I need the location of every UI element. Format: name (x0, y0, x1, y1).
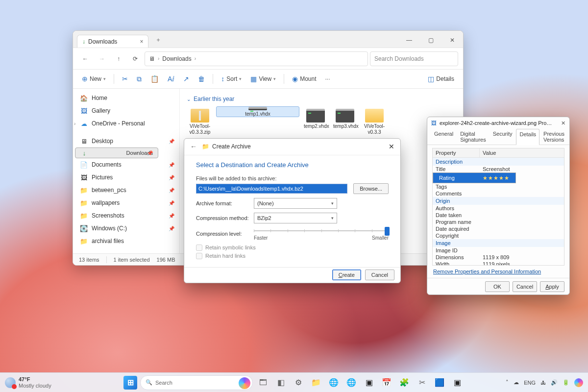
file-explorer-app[interactable]: 📁 (309, 375, 323, 390)
settings-app[interactable]: ⚙ (291, 375, 306, 390)
back-button[interactable]: ← (190, 143, 197, 150)
file-item[interactable]: temp3.vhdx (332, 106, 358, 137)
onedrive-tray-icon[interactable]: ☁ (514, 379, 519, 386)
prop-row-date-taken[interactable]: Date taken (433, 212, 564, 219)
system-tray[interactable]: ˄ ☁ ENG 🖧 🔊 🔋 (506, 378, 583, 387)
pinned-app[interactable]: 🧩 (397, 375, 412, 390)
start-button[interactable]: ⊞ (123, 376, 137, 390)
tab-previous-versions[interactable]: Previous Versions (540, 129, 567, 145)
sidebar-item-windows-c[interactable]: 💽Windows (C:)📌 (73, 222, 179, 235)
archive-path-input[interactable]: C:\Users\m__la\Downloads\temp1.vhdx.bz2 (196, 184, 347, 194)
close-button[interactable]: ✕ (561, 120, 565, 126)
slider-thumb[interactable] (385, 227, 390, 236)
new-button[interactable]: ⊕New ▾ (78, 72, 110, 86)
weather-widget[interactable]: 47°F Mostly cloudy (5, 376, 51, 388)
forward-button[interactable]: → (95, 51, 109, 66)
rename-button[interactable]: Aⅈ (164, 72, 178, 86)
file-item[interactable]: temp1.vhdx (216, 106, 299, 117)
properties-grid[interactable]: PropertyValue Description TitleScreensho… (432, 148, 564, 266)
tab-security[interactable]: Security (490, 129, 515, 145)
language-indicator[interactable]: ENG (524, 380, 536, 386)
create-button[interactable]: Create (332, 270, 361, 280)
delete-button[interactable]: 🗑 (194, 72, 209, 86)
col-value[interactable]: Value (480, 148, 499, 157)
prop-row-width[interactable]: Width1119 pixels (433, 261, 564, 266)
pinned-app[interactable]: 📅 (379, 375, 394, 390)
prop-row-comments[interactable]: Comments (433, 190, 564, 197)
maximize-button[interactable]: ▢ (420, 33, 441, 48)
sidebar-item-documents[interactable]: 📄Documents📌 (73, 158, 179, 171)
copilot-preview-icon[interactable] (574, 378, 583, 387)
sidebar-item-gallery[interactable]: 🖼Gallery (73, 104, 179, 117)
ok-button[interactable]: OK (485, 281, 510, 292)
breadcrumb[interactable]: 🖥 › Downloads › (145, 51, 368, 66)
details-pane-button[interactable]: ◫Details (424, 72, 458, 86)
prop-row-dimensions[interactable]: Dimensions1119 x 809 (433, 254, 564, 261)
sidebar-item-onedrive[interactable]: ›☁OneDrive - Personal (73, 117, 179, 130)
close-tab-icon[interactable]: × (140, 38, 143, 45)
prop-row-authors[interactable]: Authors (433, 205, 564, 212)
edge-dev-app[interactable]: 🌐 (344, 375, 359, 390)
cut-button[interactable]: ✂ (118, 72, 132, 86)
chevron-right-icon[interactable]: › (74, 121, 75, 126)
mount-button[interactable]: ◉Mount (288, 72, 320, 86)
prop-row-date-acquired[interactable]: Date acquired (433, 225, 564, 232)
compression-method-select[interactable]: BZip2▾ (254, 213, 337, 223)
pinned-app[interactable]: 🟦 (432, 375, 447, 390)
battery-icon[interactable]: 🔋 (563, 379, 569, 386)
edge-app[interactable]: 🌐 (326, 375, 341, 390)
tab-digital-signatures[interactable]: Digital Signatures (457, 129, 489, 145)
taskbar[interactable]: 47°F Mostly cloudy ⊞ 🔍 Search 🗔 ◧ ⚙ 📁 🌐 … (0, 372, 588, 392)
apply-button[interactable]: Apply (540, 281, 564, 292)
prop-row-title[interactable]: TitleScreenshot (433, 166, 564, 172)
pinned-app[interactable]: ✂ (415, 375, 429, 390)
terminal-app-2[interactable]: ▣ (450, 375, 465, 390)
up-button[interactable]: ↑ (111, 51, 126, 66)
compression-level-slider[interactable] (254, 227, 389, 234)
explorer-tab-downloads[interactable]: ↓ Downloads × (77, 35, 148, 48)
search-input[interactable]: Search Downloads (370, 51, 458, 66)
file-item[interactable]: ViVeTool-v0.3.3 (361, 106, 388, 137)
file-item[interactable]: ViVeTool-v0.3.3.zip (187, 106, 213, 137)
cancel-button[interactable]: Cancel (513, 281, 537, 292)
more-button[interactable]: ··· (321, 72, 334, 86)
retain-symbolic-links-checkbox[interactable]: Retain symbolic links (196, 245, 389, 251)
network-icon[interactable]: 🖧 (540, 380, 546, 386)
paste-button[interactable]: 📋 (147, 72, 163, 86)
new-tab-button[interactable]: ＋ (152, 34, 164, 46)
retain-hard-links-checkbox[interactable]: Retain hard links (196, 253, 389, 259)
prop-row-copyright[interactable]: Copyright (433, 232, 564, 239)
sidebar-item-wallpapers[interactable]: 📁wallpapers📌 (73, 196, 179, 209)
refresh-button[interactable]: ⟳ (128, 51, 143, 66)
prop-row-tags[interactable]: Tags (433, 183, 564, 190)
sidebar-item-this-pc[interactable]: ›🖥This PC (73, 252, 179, 253)
cancel-button[interactable]: Cancel (365, 270, 394, 280)
minimize-button[interactable]: ― (398, 33, 420, 48)
archive-format-select[interactable]: (None)▾ (254, 198, 337, 209)
terminal-app[interactable]: ▣ (362, 375, 376, 390)
prop-row-image-id[interactable]: Image ID (433, 247, 564, 254)
share-button[interactable]: ↗ (179, 72, 193, 86)
sidebar-item-archival[interactable]: 📁archival files (73, 235, 179, 247)
breadcrumb-item[interactable]: Downloads (162, 55, 191, 62)
sidebar-item-pictures[interactable]: 🖼Pictures📌 (73, 171, 179, 184)
sidebar-item-between-pcs[interactable]: 📁between_pcs📌 (73, 184, 179, 196)
copilot-icon[interactable] (239, 377, 250, 389)
sidebar-item-home[interactable]: 🏠Home (73, 92, 179, 104)
col-property[interactable]: Property (433, 148, 480, 157)
copy-button[interactable]: ⧉ (133, 72, 146, 86)
sidebar-item-desktop[interactable]: 🖥Desktop📌 (73, 135, 179, 147)
sidebar-item-downloads[interactable]: ↓Downloads📌 (75, 147, 158, 158)
back-button[interactable]: ← (78, 51, 93, 66)
browse-button[interactable]: Browse... (353, 183, 389, 194)
group-earlier-this-year[interactable]: ⌄Earlier this year (187, 96, 456, 102)
sort-button[interactable]: ↕Sort ▾ (217, 72, 245, 86)
close-window-button[interactable]: ✕ (441, 33, 463, 48)
view-button[interactable]: ▦View ▾ (246, 72, 280, 86)
taskbar-search[interactable]: 🔍 Search (140, 375, 253, 390)
tab-details[interactable]: Details (516, 129, 539, 145)
volume-icon[interactable]: 🔊 (551, 379, 558, 386)
file-item[interactable]: temp2.vhdx (302, 106, 329, 137)
task-view-button[interactable]: 🗔 (256, 375, 270, 390)
explorer-titlebar[interactable]: ↓ Downloads × ＋ ― ▢ ✕ (73, 31, 463, 48)
